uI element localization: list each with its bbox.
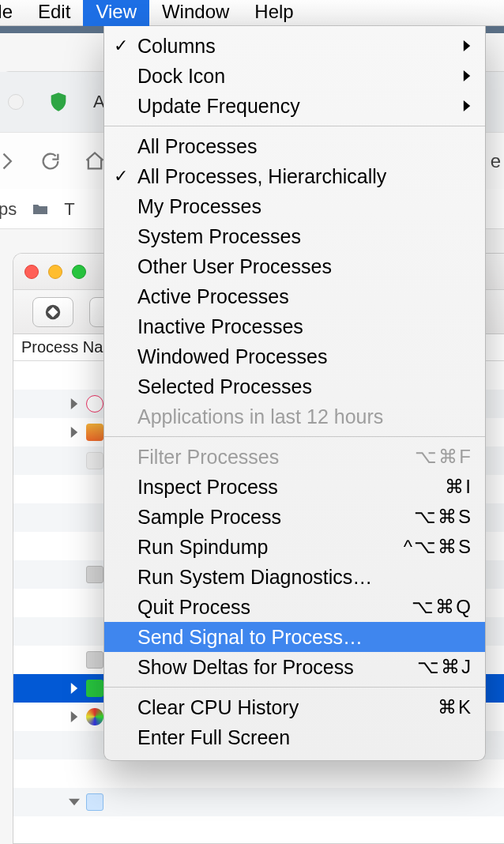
menu-item-send-signal-to-process[interactable]: Send Signal to Process…	[104, 622, 485, 652]
menu-shortcut: ⌘K	[438, 696, 472, 718]
menu-separator	[104, 687, 485, 688]
menu-item-filter-processes: Filter Processes ⌥⌘F	[104, 442, 485, 472]
process-icon	[86, 793, 103, 811]
menu-item-label: Other User Processes	[137, 255, 332, 278]
shield-icon	[47, 91, 70, 113]
menu-item-label: Enter Full Screen	[137, 726, 290, 749]
folder-icon[interactable]	[31, 200, 50, 219]
menu-item-inspect-process[interactable]: Inspect Process ⌘I	[104, 472, 485, 502]
menu-shortcut: ^⌥⌘S	[404, 536, 472, 558]
menu-item-label: Run System Diagnostics…	[137, 566, 372, 589]
disclosure-right-icon[interactable]	[69, 711, 80, 722]
menu-item-sample-process[interactable]: Sample Process ⌥⌘S	[104, 502, 485, 532]
menu-item-all-processes[interactable]: All Processes	[104, 131, 485, 161]
bookmark-fragment[interactable]: ps	[0, 199, 17, 220]
reload-icon[interactable]	[39, 150, 62, 172]
menu-item-run-system-diagnostics[interactable]: Run System Diagnostics…	[104, 562, 485, 592]
submenu-arrow-icon	[461, 100, 472, 111]
menubar-item-edit[interactable]: Edit	[25, 0, 83, 26]
system-menubar: ile Edit View Window Help	[0, 0, 504, 26]
menubar-item-file[interactable]: ile	[0, 0, 25, 26]
process-icon	[86, 452, 103, 469]
menu-item-label: System Processes	[137, 225, 301, 248]
menu-shortcut: ⌥⌘S	[414, 506, 472, 528]
menu-shortcut: ⌥⌘Q	[412, 596, 472, 618]
menu-item-label: Update Frequency	[137, 95, 300, 118]
menu-item-selected-processes[interactable]: Selected Processes	[104, 371, 485, 401]
submenu-arrow-icon	[461, 40, 472, 51]
menu-item-windowed-processes[interactable]: Windowed Processes	[104, 341, 485, 371]
menu-item-label: My Processes	[137, 195, 261, 218]
menu-shortcut: ⌘I	[445, 476, 472, 498]
process-icon	[86, 566, 103, 583]
menu-item-label: Applications in last 12 hours	[137, 405, 383, 428]
stop-process-button[interactable]	[32, 297, 73, 327]
disclosure-right-icon[interactable]	[69, 398, 80, 409]
home-icon[interactable]	[84, 150, 106, 172]
forward-icon[interactable]	[0, 150, 17, 172]
column-header-process-name[interactable]: Process Na	[21, 338, 103, 356]
menu-item-show-deltas-for-process[interactable]: Show Deltas for Process ⌥⌘J	[104, 652, 485, 682]
menu-item-enter-full-screen[interactable]: Enter Full Screen	[104, 722, 485, 752]
process-icon	[86, 395, 103, 413]
menubar-item-help[interactable]: Help	[242, 0, 306, 26]
menu-item-quit-process[interactable]: Quit Process ⌥⌘Q	[104, 592, 485, 622]
check-icon: ✓	[114, 166, 128, 187]
menu-item-my-processes[interactable]: My Processes	[104, 191, 485, 221]
menu-item-clear-cpu-history[interactable]: Clear CPU History ⌘K	[104, 692, 485, 722]
menu-item-label: All Processes, Hierarchically	[137, 165, 386, 188]
disclosure-down-icon[interactable]	[69, 797, 80, 808]
menu-separator	[104, 126, 485, 126]
process-icon	[86, 424, 103, 441]
menu-shortcut: ⌥⌘J	[417, 656, 472, 678]
close-icon[interactable]	[24, 265, 39, 279]
menu-item-label: Filter Processes	[137, 446, 279, 469]
tab-favicon-placeholder	[8, 94, 24, 110]
disclosure-right-icon[interactable]	[69, 427, 80, 438]
menu-item-applications-last-12h: Applications in last 12 hours	[104, 401, 485, 431]
menu-item-label: Inactive Processes	[137, 315, 303, 338]
menu-item-label: Show Deltas for Process	[137, 656, 354, 679]
view-menu-dropdown: ✓ Columns Dock Icon Update Frequency All…	[103, 26, 486, 761]
menu-item-all-processes-hierarchically[interactable]: ✓ All Processes, Hierarchically	[104, 161, 485, 191]
disclosure-right-icon[interactable]	[69, 683, 80, 694]
menu-shortcut: ⌥⌘F	[415, 446, 472, 468]
menu-item-label: Active Processes	[137, 285, 289, 308]
menubar-item-window[interactable]: Window	[149, 0, 242, 26]
table-row[interactable]	[13, 788, 504, 816]
check-icon: ✓	[114, 36, 128, 56]
menu-item-label: Send Signal to Process…	[137, 626, 363, 649]
url-right-edge-letter: e	[491, 150, 501, 172]
menu-item-label: Clear CPU History	[137, 696, 299, 719]
menu-item-update-frequency[interactable]: Update Frequency	[104, 91, 485, 121]
menu-item-label: Selected Processes	[137, 375, 312, 398]
menu-item-active-processes[interactable]: Active Processes	[104, 281, 485, 311]
menubar-item-view[interactable]: View	[83, 0, 149, 26]
submenu-arrow-icon	[461, 70, 472, 81]
bookmark-folder-label[interactable]: T	[64, 199, 74, 220]
menu-item-run-spindump[interactable]: Run Spindump ^⌥⌘S	[104, 532, 485, 562]
process-icon	[86, 651, 103, 669]
menu-item-label: Windowed Processes	[137, 345, 327, 368]
menu-item-label: Columns	[137, 35, 216, 58]
table-row[interactable]	[13, 816, 504, 844]
table-row[interactable]	[13, 759, 504, 788]
menu-item-dock-icon[interactable]: Dock Icon	[104, 61, 485, 91]
menu-item-label: Quit Process	[137, 596, 250, 619]
menu-item-label: Sample Process	[137, 506, 281, 529]
menu-item-label: All Processes	[137, 135, 257, 158]
menu-item-inactive-processes[interactable]: Inactive Processes	[104, 311, 485, 341]
process-icon	[86, 680, 103, 697]
menu-item-label: Dock Icon	[137, 65, 225, 88]
menu-item-system-processes[interactable]: System Processes	[104, 221, 485, 251]
menu-item-label: Inspect Process	[137, 476, 278, 499]
menu-item-label: Run Spindump	[137, 536, 268, 559]
zoom-icon[interactable]	[72, 265, 86, 279]
process-icon	[86, 708, 103, 725]
minimize-icon[interactable]	[48, 265, 62, 279]
menu-separator	[104, 436, 485, 437]
menu-item-other-user-processes[interactable]: Other User Processes	[104, 251, 485, 281]
menu-item-columns[interactable]: ✓ Columns	[104, 31, 485, 61]
